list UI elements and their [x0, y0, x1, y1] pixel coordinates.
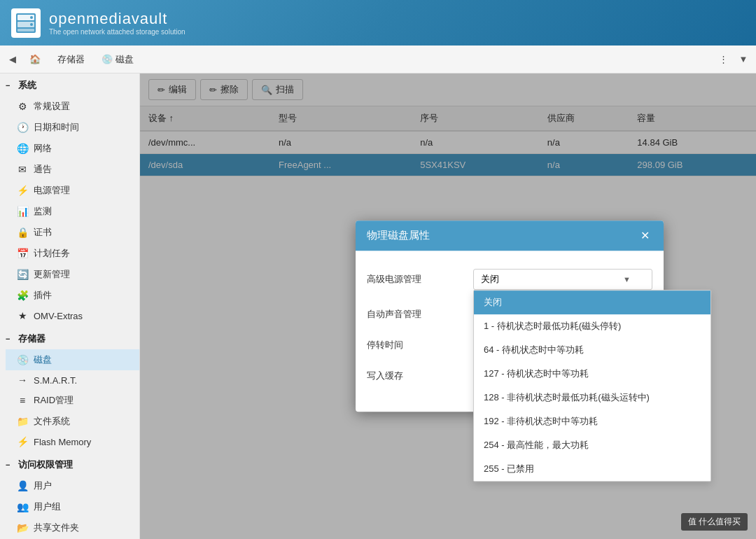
app-header: openmediavault The open network attached… — [0, 0, 756, 46]
sidebar-section-system: − 系统 ⚙ 常规设置 🕐 日期和时间 🌐 网络 ✉ 通告 — [0, 74, 139, 327]
disk-icon: 💿 — [102, 54, 113, 64]
sidebar-item-users[interactable]: 👤 用户 — [6, 475, 139, 496]
sidebar-item-datetime[interactable]: 🕐 日期和时间 — [6, 117, 139, 138]
logo-text: openmediavault The open network attached… — [49, 10, 186, 36]
collapse-icon: − — [6, 81, 10, 90]
cert-icon: 🔒 — [17, 227, 28, 238]
sidebar-item-plugins[interactable]: 🧩 插件 — [6, 285, 139, 306]
raid-icon: ≡ — [17, 395, 28, 406]
dropdown-item-4[interactable]: 128 - 非待机状态时最低功耗(磁头运转中) — [474, 386, 710, 410]
sidebar-item-notifications[interactable]: ✉ 通告 — [6, 159, 139, 180]
sidebar-acl-items: 👤 用户 👥 用户组 📂 共享文件夹 — [0, 475, 139, 538]
sidebar-system-items: ⚙ 常规设置 🕐 日期和时间 🌐 网络 ✉ 通告 ⚡ 电源管理 — [0, 96, 139, 326]
logo-icon — [11, 8, 41, 38]
sidebar-item-omv-extras[interactable]: ★ OMV-Extras — [6, 306, 139, 326]
apm-value: 关闭 — [481, 273, 499, 286]
tasks-icon: 📅 — [17, 248, 28, 259]
form-row-apm: 高级电源管理 关闭 ▼ 关闭 1 - 待机状态时最低功耗(磁头停转) 64 - … — [367, 262, 652, 297]
plugins-icon: 🧩 — [17, 290, 28, 301]
sidebar-section-header-system[interactable]: − 系统 — [0, 75, 139, 96]
flash-icon: ⚡ — [17, 436, 28, 447]
users-icon: 👤 — [17, 480, 28, 491]
watermark-text: 什么值得买 — [699, 517, 741, 526]
sidebar-item-disk[interactable]: 💿 磁盘 — [6, 349, 139, 370]
shared-folders-icon: 📂 — [17, 522, 28, 533]
smart-icon: → — [17, 374, 28, 386]
monitoring-icon: 📊 — [17, 206, 28, 217]
dropdown-item-0[interactable]: 关闭 — [474, 290, 710, 314]
sidebar-section-header-storage[interactable]: − 存储器 — [0, 328, 139, 349]
home-button[interactable]: 🏠 — [22, 51, 48, 67]
dropdown-item-7[interactable]: 255 - 已禁用 — [474, 457, 710, 481]
sidebar-item-power[interactable]: ⚡ 电源管理 — [6, 180, 139, 201]
apm-dropdown: 关闭 1 - 待机状态时最低功耗(磁头停转) 64 - 待机状态时中等功耗 12… — [473, 290, 711, 482]
aam-label: 自动声音管理 — [367, 304, 465, 321]
modal-body: 高级电源管理 关闭 ▼ 关闭 1 - 待机状态时最低功耗(磁头停转) 64 - … — [356, 251, 664, 412]
breadcrumb-storage[interactable]: 存储器 — [50, 50, 92, 69]
sidebar: ◀ − 系统 ⚙ 常规设置 🕐 日期和时间 🌐 网络 — [0, 74, 140, 539]
logo-area: openmediavault The open network attached… — [11, 8, 186, 38]
svg-rect-3 — [18, 29, 34, 31]
sidebar-item-smart[interactable]: → S.M.A.R.T. — [6, 370, 139, 390]
sidebar-item-filesystem[interactable]: 📁 文件系统 — [6, 411, 139, 432]
more-options-button[interactable]: ⋮ — [713, 51, 734, 67]
sidebar-item-groups[interactable]: 👥 用户组 — [6, 496, 139, 517]
storage-collapse-icon: − — [6, 335, 10, 343]
omv-extras-icon: ★ — [17, 310, 28, 321]
acl-collapse-icon: − — [6, 461, 10, 469]
apm-select[interactable]: 关闭 ▼ — [473, 269, 652, 290]
watermark-icon: 值 — [688, 517, 696, 526]
update-icon: 🔄 — [17, 269, 28, 280]
sidebar-section-storage: − 存储器 💿 磁盘 → S.M.A.R.T. ≡ RAID管理 📁 — [0, 327, 139, 453]
spindown-label: 停转时间 — [367, 335, 465, 351]
sidebar-storage-items: 💿 磁盘 → S.M.A.R.T. ≡ RAID管理 📁 文件系统 ⚡ — [0, 349, 139, 451]
watermark: 值 什么值得买 — [681, 513, 748, 531]
sidebar-item-certificates[interactable]: 🔒 证书 — [6, 222, 139, 243]
general-icon: ⚙ — [17, 101, 28, 112]
writecache-label: 写入缓存 — [367, 365, 465, 382]
groups-icon: 👥 — [17, 501, 28, 512]
apm-control: 关闭 ▼ 关闭 1 - 待机状态时最低功耗(磁头停转) 64 - 待机状态时中等… — [473, 269, 652, 290]
power-icon: ⚡ — [17, 185, 28, 196]
notification-icon: ✉ — [17, 164, 28, 175]
modal-title: 物理磁盘属性 — [367, 229, 430, 242]
sidebar-item-update[interactable]: 🔄 更新管理 — [6, 264, 139, 285]
sidebar-item-flash-memory[interactable]: ⚡ Flash Memory — [6, 432, 139, 451]
dropdown-item-1[interactable]: 1 - 待机状态时最低功耗(磁头停转) — [474, 314, 710, 338]
physical-disk-modal: 物理磁盘属性 ✕ 高级电源管理 关闭 ▼ 关闭 1 - 待机 — [356, 220, 664, 412]
apm-arrow-icon: ▼ — [623, 275, 631, 284]
apm-label: 高级电源管理 — [367, 269, 465, 286]
dropdown-item-3[interactable]: 127 - 待机状态时中等功耗 — [474, 362, 710, 386]
dropdown-item-2[interactable]: 64 - 待机状态时中等功耗 — [474, 338, 710, 362]
disk-nav-icon: 💿 — [17, 354, 28, 365]
app-subtitle: The open network attached storage soluti… — [49, 28, 186, 36]
sidebar-item-shared-folders[interactable]: 📂 共享文件夹 — [6, 517, 139, 538]
dropdown-item-6[interactable]: 254 - 最高性能，最大功耗 — [474, 433, 710, 457]
sidebar-section-acl: − 访问权限管理 👤 用户 👥 用户组 📂 共享文件夹 — [0, 453, 139, 539]
sidebar-item-network[interactable]: 🌐 网络 — [6, 138, 139, 159]
dropdown-item-5[interactable]: 192 - 非待机状态时中等功耗 — [474, 410, 710, 433]
network-icon: 🌐 — [17, 143, 28, 154]
sidebar-item-general[interactable]: ⚙ 常规设置 — [6, 96, 139, 117]
filesystem-icon: 📁 — [17, 416, 28, 427]
datetime-icon: 🕐 — [17, 122, 28, 133]
modal-close-button[interactable]: ✕ — [638, 229, 652, 242]
expand-button[interactable]: ▼ — [736, 52, 750, 66]
modal-header: 物理磁盘属性 ✕ — [356, 220, 664, 251]
sidebar-item-monitoring[interactable]: 📊 监测 — [6, 201, 139, 222]
app-title: openmediavault — [49, 10, 186, 28]
breadcrumb-toolbar: ◀ 🏠 存储器 💿 磁盘 ⋮ ▼ — [0, 46, 756, 74]
svg-point-5 — [30, 23, 33, 26]
breadcrumb-disk[interactable]: 💿 磁盘 — [94, 50, 141, 69]
sidebar-section-header-acl[interactable]: − 访问权限管理 — [0, 454, 139, 475]
content-area: ✏ 编辑 ✏ 擦除 🔍 扫描 设备 ↑ 型号 序号 供应商 容量 — [140, 74, 756, 539]
back-button[interactable]: ◀ — [6, 52, 20, 66]
svg-point-4 — [30, 16, 33, 19]
sidebar-item-raid[interactable]: ≡ RAID管理 — [6, 390, 139, 411]
sidebar-item-scheduled-tasks[interactable]: 📅 计划任务 — [6, 243, 139, 264]
main-layout: ◀ − 系统 ⚙ 常规设置 🕐 日期和时间 🌐 网络 — [0, 74, 756, 539]
